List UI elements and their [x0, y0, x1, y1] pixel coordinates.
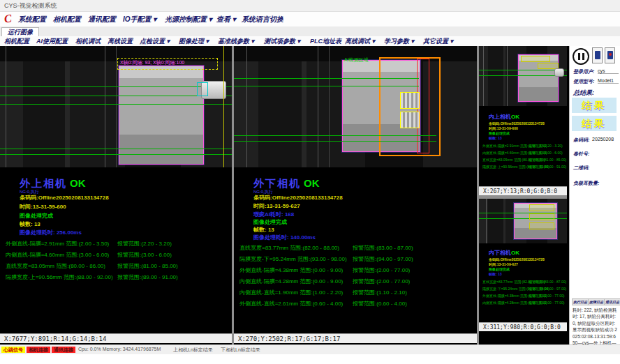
result-ok-badge: OK — [70, 177, 86, 189]
tool-other-settings[interactable]: 其它设置 ▾ — [423, 36, 453, 46]
upper-cam-cal-status[interactable]: 上相机Ln标定结果 — [173, 347, 213, 354]
tool-spotcheck[interactable]: 点检设置 ▾ — [140, 36, 170, 46]
alarm-range: 报警范围:(0.60 - 4.00) — [353, 300, 407, 308]
alarm-range: 报警范围:(2.00 - 77.00) — [353, 266, 410, 274]
measurement-list: 外侧直线-隔膜=2.91mm 范围:(2.00 - 3.50) 报警范围:(2.… — [6, 240, 232, 310]
camera-link-badge: 相机连接 — [27, 347, 50, 353]
pixel-coord-bar: X:267;Y:13;R:0;G:0;B:0 — [479, 186, 567, 195]
roi-tag — [529, 213, 554, 220]
frame-count-line: 帧数: 13 — [253, 226, 274, 234]
tool-ai-use-config[interactable]: AI使用配置 — [36, 36, 68, 46]
menu-view[interactable]: 查看 ▾ — [216, 12, 236, 26]
camera-panel-outer-top: X轴0:间隔: 93; X轴0:间隔:100 外上相机OK NG:0,执行 条码… — [0, 46, 232, 344]
camera-tool-button[interactable] — [592, 47, 603, 63]
record-icon — [607, 51, 613, 59]
frame-count-line: 帧数: 13 — [489, 136, 502, 140]
pixel-coord-bar: X:270;Y:2502;R:17;G:17;B:17 — [234, 333, 477, 343]
menu-comm-config[interactable]: 通讯配置 — [88, 12, 116, 26]
alarm-range: 报警范围:(94.00 - 97.00) — [353, 255, 413, 263]
camera-panel-inner-top: 内上相机OK 条码码:Offline20250208133134728 时间:1… — [479, 46, 567, 195]
menu-light-config[interactable]: 光源控制配置 ▾ — [165, 12, 212, 26]
barcode-line: 条码码:Offline20250208133134728 — [20, 194, 109, 202]
menu-io-config[interactable]: IO手配置 ▾ — [123, 12, 156, 26]
menubar: C 系统配置 相机配置 通讯配置 IO手配置 ▾ 光源控制配置 ▾ 查看 ▾ 系… — [0, 12, 620, 27]
measure-row: 内侧直线-隔膜=4.28mm 范围:(0.00 - 9.00) — [239, 278, 343, 285]
camera-image-outer-top[interactable]: X轴0:间隔: 93; X轴0:间隔:100 — [0, 46, 232, 167]
total-result-label: 总结果: — [573, 89, 594, 98]
measure-row: 隔膜宽度-上=90.56mm 范围:(88.00 - 92.00) — [6, 273, 113, 281]
model-value[interactable]: Model1 — [598, 78, 619, 84]
tool-test-params[interactable]: 测试项参数 ▾ — [264, 36, 300, 46]
alarm-range: 报警范围:(1.10 - 2.10) — [353, 289, 407, 296]
measurement-list: 直线宽度=83.77mm 范围:(82.00 - 88.00) 报警范围:(83… — [482, 280, 566, 312]
tab-exec-log[interactable]: 执行日志 — [572, 298, 589, 305]
roi-tag — [529, 204, 554, 211]
measurement-list: 外侧直线-隔膜=2.91mm 范围:(2.00 - 3.50) 报警范围:(2.… — [482, 144, 566, 176]
barcode-line: 条码码:Offline20250208133134728 — [489, 121, 545, 126]
product-region — [119, 66, 204, 165]
tool-image-process[interactable]: 图像处理 ▾ — [179, 36, 209, 46]
barcode-label: 条码码: — [573, 137, 589, 144]
baseline-line — [234, 86, 419, 86]
app-window: CYS-视觉检测系统 C 系统配置 相机配置 通讯配置 IO手配置 ▾ 光源控制… — [0, 0, 620, 364]
baseline-line — [234, 135, 436, 136]
defect-crop — [400, 92, 420, 109]
pause-icon — [578, 53, 580, 60]
camera-panel-outer-bottom: AI检测区域 外下相机OK NG:0,执行 条码码:Offline2025020… — [234, 46, 477, 344]
camera-image-inner-top[interactable] — [479, 46, 567, 106]
time-line: 时间:13-31-59-627 — [253, 202, 300, 210]
main-area: X轴0:间隔: 93; X轴0:间隔:100 外上相机OK NG:0,执行 条码… — [0, 46, 620, 344]
lower-cam-cal-status[interactable]: 下相机Ln标定结果 — [221, 347, 260, 354]
barcode-line: 条码码:Offline20250208133134728 — [489, 257, 545, 261]
tool-offline-debug[interactable]: 离线调试 ▾ — [345, 36, 375, 46]
camera-image-inner-bottom[interactable] — [479, 199, 567, 243]
capture-tool-button[interactable] — [605, 47, 615, 63]
login-user-label: 登录用户: — [573, 68, 594, 75]
heartbeat-badge: 心跳信号 — [1, 347, 25, 353]
baseline-line — [0, 154, 232, 155]
barcode-line: 条码码:Offline20250208133134728 — [253, 194, 343, 202]
frame-count-line: 帧数: 13 — [489, 272, 502, 276]
process-time-line: 图像处理耗时: 140.00ms — [253, 234, 316, 241]
login-user-value[interactable]: cys — [598, 68, 619, 74]
statusbar: 心跳信号 相机连接 通讯连接 Cpu: 0.0% Memory: 3424.41… — [0, 344, 620, 355]
ai-time-line: 瑕疵AI耗时: 168 — [253, 211, 294, 218]
barcode-value: 20250208 — [592, 137, 614, 142]
defect-crop — [400, 112, 420, 128]
measure-row: 外侧直线-隔膜=2.91mm 范围:(2.00 - 3.50) — [6, 240, 109, 248]
sidebar: 登录用户: cys 使用型号: Model1 总结果: 结果 结果 条码码: 2… — [569, 46, 620, 344]
process-done-line: 图像处理完成 — [489, 267, 510, 271]
tool-learn-params[interactable]: 学习参数 ▾ — [384, 36, 414, 46]
baseline-line — [234, 141, 436, 142]
time-line: 时间:13-31-59-600 — [20, 203, 66, 211]
roi-tag — [521, 56, 550, 62]
alarm-range: 报警范围:(2.20 - 3.20) — [117, 240, 172, 248]
tab-comm-log[interactable]: 通讯日志 — [604, 298, 620, 305]
tab-run-image[interactable]: 运行图像 — [1, 27, 39, 37]
menu-camera-config[interactable]: 相机配置 — [53, 12, 81, 26]
process-time-line: 图像处理耗时: 256.00ms — [20, 229, 82, 236]
process-done-line: 图像处理完成 — [253, 218, 287, 226]
model-label: 使用型号: — [573, 78, 594, 85]
bottom-strip — [0, 354, 620, 364]
tool-offline-setting[interactable]: 离线设置 — [108, 36, 133, 46]
measure-row: 直线宽度=83.05mm 范围:(80.00 - 86.00) — [6, 262, 105, 270]
tool-camera-config[interactable]: 相机配置 — [4, 36, 29, 46]
process-done-line: 图像处理完成 — [20, 212, 53, 220]
measurement-list: 直线宽度=83.77mm 范围:(82.00 - 88.00) 报警范围:(83… — [239, 244, 477, 321]
tab-fault-log[interactable]: 故障日志 — [588, 298, 605, 305]
cpu-memory-status: Cpu: 0.0% Memory: 3424.41796875M — [78, 347, 161, 351]
menu-system-config[interactable]: 系统配置 — [18, 12, 46, 26]
time-line: 时间:13-31-59-600 — [489, 126, 518, 130]
measure-row: 隔膜宽度-下=95.24mm 范围:(93.00 - 98.00) — [239, 255, 347, 263]
tool-camera-debug[interactable]: 相机调试 — [75, 36, 101, 46]
tool-baseline-params[interactable]: 基准线参数 ▾ — [218, 36, 254, 46]
menu-language-switch[interactable]: 系统语言切换 — [242, 12, 283, 26]
baseline-line — [234, 78, 419, 79]
pause-button[interactable] — [573, 48, 589, 65]
camera-image-outer-bottom[interactable]: AI检测区域 — [234, 46, 477, 167]
alarm-range: 报警范围:(81.00 - 85.00) — [117, 262, 178, 270]
baseline-line — [0, 149, 232, 149]
tool-plc-address[interactable]: PLC地址表 — [310, 36, 341, 46]
app-logo-icon: C — [3, 12, 13, 25]
